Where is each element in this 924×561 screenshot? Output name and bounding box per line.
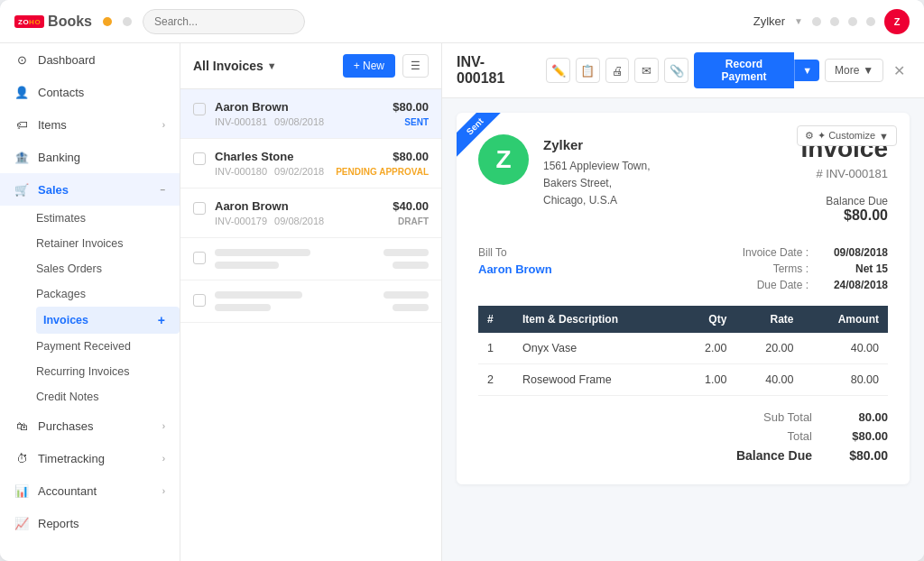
sidebar-item-timetracking[interactable]: ⏱ Timetracking ›	[0, 442, 180, 474]
sent-ribbon: Sent	[457, 113, 520, 176]
invoices-label: Invoices	[43, 314, 88, 326]
avatar[interactable]: Z	[884, 9, 910, 34]
list-header-actions: + New ☰	[343, 54, 429, 78]
sidebar-item-banking[interactable]: 🏦 Banking	[0, 141, 180, 173]
bill-to-section: Bill To Aaron Brown	[478, 246, 552, 276]
list-header: All Invoices ▼ + New ☰	[180, 43, 441, 89]
sidebar-item-accountant[interactable]: 📊 Accountant ›	[0, 474, 180, 507]
timetracking-chevron-icon: ›	[162, 454, 165, 464]
invoice-status-1: SENT	[393, 117, 429, 127]
top-bar: ZOHO Books Zylker ▼ Z	[0, 0, 924, 43]
sidebar-item-recurring-invoices[interactable]: Recurring Invoices	[36, 359, 180, 384]
due-date-value: 24/08/2018	[816, 279, 888, 291]
sidebar-item-retainer-invoices[interactable]: Retainer Invoices	[36, 231, 180, 256]
record-payment-dropdown-button[interactable]: ▼	[794, 60, 819, 81]
status-dot-1[interactable]	[123, 17, 132, 26]
sidebar-item-packages[interactable]: Packages	[36, 281, 180, 307]
terms-value: Net 15	[816, 262, 888, 275]
close-button[interactable]: ✕	[889, 60, 910, 81]
sidebar-item-sales[interactable]: 🛒 Sales –	[0, 173, 180, 206]
all-invoices-dropdown[interactable]: All Invoices ▼	[193, 59, 277, 73]
search-bar[interactable]	[143, 9, 305, 34]
sales-submenu: Estimates Retainer Invoices Sales Orders…	[0, 206, 180, 409]
invoice-amount-3: $40.00	[393, 199, 429, 213]
bill-to-name[interactable]: Aaron Brown	[478, 262, 552, 276]
user-name[interactable]: Zylker	[753, 14, 785, 28]
notification-dot-4[interactable]	[866, 17, 875, 26]
search-input[interactable]	[154, 15, 293, 28]
sidebar-item-purchases[interactable]: 🛍 Purchases ›	[0, 409, 180, 442]
invoice-date-label: Invoice Date :	[743, 246, 808, 259]
invoice-item-2[interactable]: Charles Stone INV-000180 09/02/2018 $80.…	[180, 139, 441, 189]
more-button[interactable]: More ▼	[825, 59, 883, 82]
status-dot-yellow[interactable]	[103, 17, 112, 26]
list-view-toggle-button[interactable]: ☰	[402, 54, 429, 78]
app-container: ZOHO Books Zylker ▼ Z ⊙ Dashboard	[0, 0, 924, 561]
row1-amount: 40.00	[803, 333, 889, 364]
notification-dot-2[interactable]	[830, 17, 839, 26]
invoice-id-3: INV-000179	[215, 216, 267, 226]
sidebar-item-credit-notes[interactable]: Credit Notes	[36, 384, 180, 409]
notification-dot-1[interactable]	[812, 17, 821, 26]
invoice-checkbox-3[interactable]	[193, 202, 206, 215]
sidebar-item-items[interactable]: 🏷 Items ›	[0, 108, 180, 141]
list-panel: All Invoices ▼ + New ☰ Aaron Brown	[180, 43, 442, 561]
print-button[interactable]: 🖨	[605, 58, 630, 83]
sidebar-item-invoices[interactable]: Invoices +	[36, 307, 180, 334]
bill-dates-row: Bill To Aaron Brown Invoice Date : 09/08…	[478, 246, 888, 291]
due-date-row: Due Date : 24/08/2018	[743, 279, 888, 291]
balance-due-final-label: Balance Due	[736, 448, 812, 463]
customize-button[interactable]: ⚙ ✦ Customize ▼	[797, 125, 897, 146]
table-header-amount: Amount	[803, 306, 889, 333]
invoice-checkbox-1[interactable]	[193, 103, 206, 115]
invoice-date-value: 09/08/2018	[816, 246, 888, 259]
sidebar-item-payment-received[interactable]: Payment Received	[36, 334, 180, 359]
dropdown-arrow-icon: ▼	[267, 60, 277, 71]
subtotal-value: 80.00	[834, 410, 888, 424]
invoice-status-3: DRAFT	[393, 216, 429, 226]
terms-label: Terms :	[773, 262, 808, 275]
invoice-item-1[interactable]: Aaron Brown INV-000181 09/08/2018 $80.00…	[180, 89, 441, 139]
sidebar-item-reports[interactable]: 📈 Reports	[0, 507, 180, 539]
invoice-id-1: INV-000181	[215, 116, 267, 127]
all-invoices-label: All Invoices	[193, 59, 263, 73]
ribbon-text: Sent	[457, 113, 506, 158]
invoice-info-2: Charles Stone INV-000180 09/02/2018	[215, 150, 327, 177]
row2-amount: 80.00	[803, 363, 889, 395]
pdf-button[interactable]: 📋	[576, 58, 600, 83]
logo: ZOHO Books	[14, 14, 92, 30]
row2-num: 2	[478, 363, 513, 395]
balance-due-amount: $80.00	[801, 207, 888, 224]
logo-books-text: Books	[48, 14, 92, 30]
company-info: Zylker 1561 Appleview Town, Bakers Stree…	[543, 134, 651, 210]
main-content: ⊙ Dashboard 👤 Contacts 🏷 Items › 🏦 Banki…	[0, 43, 924, 561]
user-dropdown-icon[interactable]: ▼	[794, 16, 803, 26]
sidebar-item-dashboard-label: Dashboard	[38, 53, 96, 67]
sidebar-item-sales-label: Sales	[38, 183, 69, 197]
sidebar-item-sales-orders[interactable]: Sales Orders	[36, 256, 180, 281]
table-row-2: 2 Rosewood Frame 1.00 40.00 80.00	[478, 363, 888, 395]
notification-dot-3[interactable]	[848, 17, 857, 26]
invoice-checkbox-2[interactable]	[193, 152, 206, 165]
sidebar-item-reports-label: Reports	[38, 517, 79, 530]
invoice-meta-1: INV-000181 09/08/2018	[215, 116, 383, 127]
email-button[interactable]: ✉	[634, 58, 659, 83]
sidebar-item-estimates[interactable]: Estimates	[36, 206, 180, 231]
company-address-3: Chicago, U.S.A	[543, 192, 651, 209]
record-payment-button[interactable]: Record Payment	[694, 52, 794, 88]
items-icon: 🏷	[14, 117, 29, 132]
edit-button[interactable]: ✏️	[546, 58, 570, 83]
sidebar-item-contacts[interactable]: 👤 Contacts	[0, 76, 180, 108]
invoices-plus-icon[interactable]: +	[158, 313, 165, 327]
sales-chevron-icon: –	[160, 185, 165, 195]
invoice-placeholder-2	[180, 280, 441, 323]
new-invoice-button[interactable]: + New	[343, 54, 395, 78]
accountant-icon: 📊	[14, 483, 29, 498]
invoice-item-3[interactable]: Aaron Brown INV-000179 09/08/2018 $40.00…	[180, 189, 441, 238]
invoice-checkbox-p1[interactable]	[193, 252, 206, 264]
due-date-label: Due Date :	[757, 279, 808, 291]
invoice-checkbox-p2[interactable]	[193, 294, 206, 307]
attach-button[interactable]: 📎	[664, 58, 688, 83]
sidebar-item-dashboard[interactable]: ⊙ Dashboard	[0, 43, 180, 76]
items-table: # Item & Description Qty Rate Amount 1 O…	[478, 306, 888, 396]
